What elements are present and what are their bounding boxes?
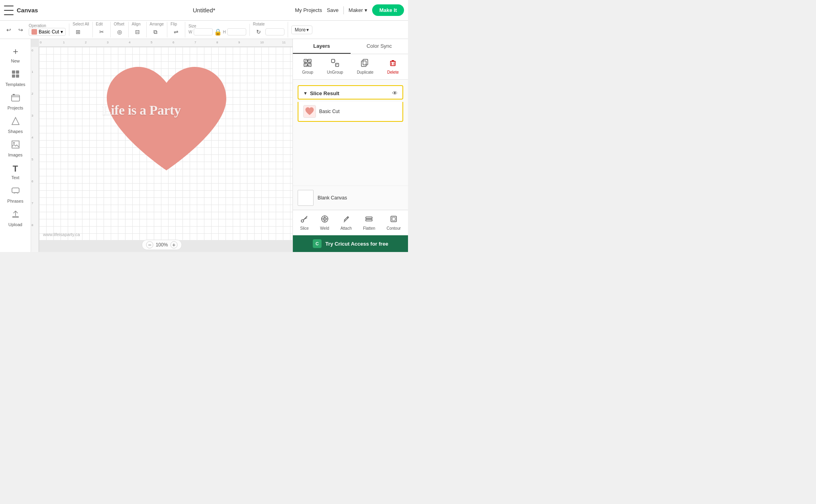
offset-label: Offset [114,22,125,26]
tab-layers[interactable]: Layers [293,39,351,54]
offset-section: Offset ◎ [114,22,129,37]
rotate-button[interactable]: ↻ [253,26,264,37]
select-all-label: Select All [73,22,89,26]
more-label: More [295,27,306,33]
layer-thumbnail [303,105,316,118]
contour-tool-icon [390,215,398,225]
svg-rect-27 [392,217,395,221]
make-it-button[interactable]: Make It [372,4,404,16]
weld-tool-icon [321,215,329,225]
watermark: www.lifeisaparty.ca [43,232,80,237]
svg-rect-17 [363,59,368,65]
edit-button[interactable]: ✂ [96,26,107,37]
svg-rect-14 [332,59,335,63]
edit-label: Edit [96,22,103,26]
sidebar-item-phrases[interactable]: Phrases [0,183,31,207]
operation-label: Operation [29,23,46,28]
operation-value: Basic Cut [39,29,59,35]
flip-button[interactable]: ⇌ [171,26,182,37]
undo-button[interactable]: ↩ [3,24,14,35]
right-panel: Layers Color Sync Group UnGroup [292,39,408,252]
rotate-input[interactable] [265,28,284,35]
phrases-icon [11,186,20,197]
flatten-tool-label: Flatten [363,226,375,231]
ruler-vertical: 0 1 2 3 4 5 6 7 8 [31,47,39,252]
my-projects-button[interactable]: My Projects [295,7,322,13]
cricut-logo-icon: C [313,239,322,248]
slice-result-header: ▼ Slice Result 👁 [298,85,403,100]
sidebar-item-text[interactable]: T Text [0,160,31,183]
lock-icon: 🔒 [214,28,222,36]
align-section: Align ⊟ [132,22,147,37]
svg-rect-1 [16,70,19,74]
tab-color-sync[interactable]: Color Sync [351,39,408,54]
svg-rect-13 [305,61,310,65]
svg-rect-18 [390,61,395,66]
width-input[interactable] [194,28,213,35]
templates-icon [11,70,20,81]
align-group: Align ⊟ [132,22,143,37]
maker-button[interactable]: Maker ▾ [349,7,367,13]
zoom-out-button[interactable]: − [146,241,153,248]
attach-tool-button[interactable]: Attach [338,213,354,232]
sidebar-item-shapes[interactable]: Shapes [0,113,31,137]
attach-tool-icon [342,215,350,225]
arrange-group: Arrange ⧉ [150,22,164,37]
flip-section: Flip ⇌ [171,22,185,37]
sidebar: ＋ New Templates Projects Shapes Images [0,39,31,252]
svg-rect-11 [304,63,307,66]
slice-tool-button[interactable]: Slice [298,213,311,232]
canvas-area[interactable]: 0 1 2 3 4 5 6 7 8 9 10 11 0 1 2 3 4 5 6 … [31,39,292,252]
sidebar-item-templates[interactable]: Templates [0,66,31,90]
sidebar-item-upload[interactable]: Upload [0,207,31,230]
svg-rect-8 [12,188,19,193]
slice-result-title: Slice Result [310,90,390,96]
operation-select[interactable]: Basic Cut ▾ [29,28,66,36]
hamburger-menu-icon[interactable] [4,6,14,15]
size-section: Size W 🔒 H [188,24,250,36]
chevron-down-icon: ▼ [303,91,308,96]
redo-button[interactable]: ↪ [15,24,26,35]
flatten-tool-icon [365,215,373,225]
save-button[interactable]: Save [327,7,339,13]
flatten-tool-button[interactable]: Flatten [361,213,378,232]
layer-name: Basic Cut [319,109,339,114]
weld-tool-button[interactable]: Weld [318,213,332,232]
new-icon: ＋ [11,45,20,57]
topbar-right: My Projects Save Maker ▾ Make It [295,4,404,16]
flip-group: Flip ⇌ [171,22,182,37]
group-button[interactable]: Group [299,57,316,76]
delete-button[interactable]: Delete [384,57,402,76]
sidebar-item-images[interactable]: Images [0,137,31,160]
color-swatch [31,29,37,35]
sidebar-item-projects[interactable]: Projects [0,90,31,113]
svg-rect-25 [366,219,372,221]
zoom-in-button[interactable]: + [170,241,177,248]
canvas-preview-thumbnail [298,190,314,206]
delete-icon [389,59,397,69]
rotate-label: Rotate [253,22,265,26]
sidebar-item-new[interactable]: ＋ New [0,42,31,66]
canvas-content[interactable]: Life is a Party www.lifeisaparty.ca [39,47,292,240]
align-button[interactable]: ⊟ [132,26,143,37]
cricut-access-banner[interactable]: C Try Cricut Access for free [293,235,408,252]
ungroup-button[interactable]: UnGroup [324,57,347,76]
panel-tabs: Layers Color Sync [293,39,408,54]
h-label: H [223,30,226,34]
layer-item[interactable]: Basic Cut [298,102,403,122]
arrange-button[interactable]: ⧉ [150,26,161,37]
slice-result-container: ▼ Slice Result 👁 Basic Cut [295,83,406,123]
svg-rect-24 [366,217,372,219]
heart-shape[interactable] [99,59,234,182]
height-input[interactable] [227,28,246,35]
contour-tool-button[interactable]: Contour [384,213,403,232]
more-button[interactable]: More ▾ [291,25,312,34]
eye-icon[interactable]: 👁 [392,90,398,96]
rotate-group: Rotate ↻ [253,22,284,37]
offset-button[interactable]: ◎ [114,26,125,37]
svg-point-7 [13,142,15,144]
select-all-button[interactable]: ⊞ [73,26,84,37]
delete-label: Delete [387,70,399,74]
duplicate-button[interactable]: Duplicate [354,57,377,76]
svg-rect-5 [13,94,15,96]
